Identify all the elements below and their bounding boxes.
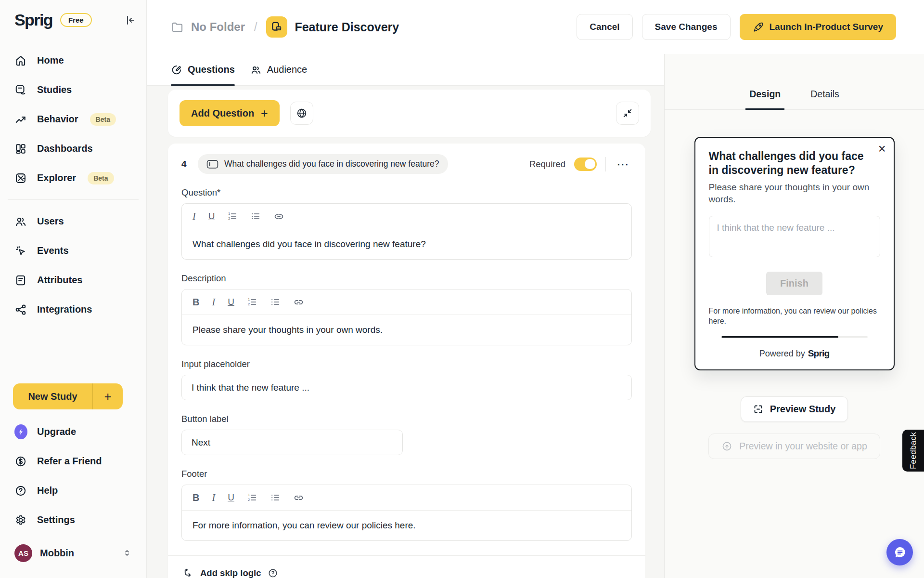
add-question-label: Add Question xyxy=(191,108,254,119)
chat-widget-button[interactable] xyxy=(886,539,913,565)
save-changes-button[interactable]: Save Changes xyxy=(642,14,731,40)
question-summary-pill[interactable]: What challenges did you face in discover… xyxy=(198,154,448,174)
sidebar-item-label: Events xyxy=(37,245,69,256)
underline-button[interactable]: U xyxy=(208,211,215,222)
description-editor-toolbar: B I U 12 xyxy=(182,289,631,315)
question-number: 4 xyxy=(181,159,189,170)
preview-progress-track xyxy=(721,336,868,338)
footer-text-input[interactable]: For more information, you can review our… xyxy=(182,511,631,540)
plus-icon[interactable]: + xyxy=(93,389,123,404)
sidebar-item-users[interactable]: Users xyxy=(7,207,140,236)
preview-in-website-button[interactable]: Preview in your website or app xyxy=(708,434,880,459)
ordered-list-button[interactable]: 12 xyxy=(247,297,257,307)
tab-details[interactable]: Details xyxy=(807,89,843,109)
question-card-header: 4 What challenges did you face in discov… xyxy=(181,154,632,174)
sidebar-item-integrations[interactable]: Integrations xyxy=(7,295,140,324)
italic-button[interactable]: I xyxy=(212,492,215,503)
sidebar-item-home[interactable]: Home xyxy=(7,46,140,75)
preview-progress-fill xyxy=(721,336,838,338)
account-switcher[interactable]: AS Mobbin xyxy=(7,538,140,568)
sidebar-item-studies[interactable]: Studies xyxy=(7,75,140,105)
sidebar-item-label: Refer a Friend xyxy=(37,456,102,467)
sidebar-item-label: Settings xyxy=(37,514,75,525)
description-text-input[interactable]: Please share your thoughts in your own w… xyxy=(182,315,631,345)
launch-survey-button[interactable]: Launch In-Product Survey xyxy=(740,14,896,40)
add-question-button[interactable]: Add Question + xyxy=(180,100,280,126)
question-editor: I U 12 What challenges did you face in d… xyxy=(181,203,632,260)
feedback-tab[interactable]: Feedback xyxy=(902,430,924,472)
svg-text:2: 2 xyxy=(248,302,250,306)
question-summary-text: What challenges did you face in discover… xyxy=(224,159,439,169)
underline-button[interactable]: U xyxy=(228,297,234,307)
italic-button[interactable]: I xyxy=(192,211,196,222)
sidebar-header: Sprig Free xyxy=(0,11,146,29)
add-skip-logic-button[interactable]: Add skip logic xyxy=(200,568,261,578)
sidebar-item-label: Help xyxy=(37,485,58,496)
header-divider xyxy=(605,157,606,171)
sidebar-item-label: Studies xyxy=(37,84,72,95)
required-toggle[interactable] xyxy=(574,158,597,171)
bullet-list-button[interactable] xyxy=(270,297,281,307)
dashboards-icon xyxy=(14,143,27,155)
attributes-icon xyxy=(14,274,27,287)
plan-badge: Free xyxy=(60,13,92,27)
sidebar-item-attributes[interactable]: Attributes xyxy=(7,265,140,295)
link-button[interactable] xyxy=(293,297,304,308)
question-text-input[interactable]: What challenges did you face in discover… xyxy=(182,229,631,259)
sidebar-item-help[interactable]: Help xyxy=(7,476,140,505)
ordered-list-button[interactable]: 12 xyxy=(227,211,238,222)
audience-icon xyxy=(250,64,262,76)
sidebar-item-label: Integrations xyxy=(37,304,92,315)
underline-button[interactable]: U xyxy=(228,492,234,503)
sidebar-spacer xyxy=(0,324,146,383)
open-text-type-icon xyxy=(206,159,218,169)
breadcrumb-folder[interactable]: No Folder xyxy=(191,20,245,34)
sidebar-item-settings[interactable]: Settings xyxy=(7,505,140,535)
tab-details-label: Details xyxy=(810,89,839,99)
expand-icon xyxy=(753,404,763,414)
tab-design[interactable]: Design xyxy=(745,89,784,109)
preview-finish-button[interactable]: Finish xyxy=(766,272,822,295)
tab-audience[interactable]: Audience xyxy=(250,54,307,85)
integrations-icon xyxy=(14,303,27,316)
sidebar-item-dashboards[interactable]: Dashboards xyxy=(7,134,140,163)
preview-study-button[interactable]: Preview Study xyxy=(741,396,848,422)
sidebar-item-explorer[interactable]: Explorer Beta xyxy=(7,163,140,193)
ordered-list-button[interactable]: 12 xyxy=(247,492,257,503)
tab-questions[interactable]: Questions xyxy=(171,54,235,85)
bold-button[interactable]: B xyxy=(192,297,199,308)
design-panel-tabs: Design Details xyxy=(665,54,924,110)
sidebar-item-behavior[interactable]: Behavior Beta xyxy=(7,105,140,134)
skip-logic-row: Add skip logic xyxy=(168,555,645,578)
bullet-list-button[interactable] xyxy=(270,492,281,503)
events-icon xyxy=(14,245,27,257)
collapse-all-button[interactable] xyxy=(616,102,639,125)
input-placeholder-field-label: Input placeholder xyxy=(181,359,632,369)
button-label-input[interactable] xyxy=(181,430,403,455)
input-placeholder-input[interactable] xyxy=(181,375,632,400)
sidebar-item-events[interactable]: Events xyxy=(7,236,140,265)
bold-button[interactable]: B xyxy=(192,492,199,503)
powered-by: Powered bySprig xyxy=(709,348,880,359)
bullet-list-button[interactable] xyxy=(250,211,261,222)
language-globe-button[interactable] xyxy=(290,102,313,125)
folder-icon xyxy=(171,21,184,34)
sidebar-collapse-icon[interactable] xyxy=(124,14,136,26)
skip-logic-help-icon[interactable] xyxy=(268,568,278,578)
preview-answer-textarea[interactable] xyxy=(709,216,880,257)
new-study-button[interactable]: New Study + xyxy=(13,383,123,409)
preview-in-website-label: Preview in your website or app xyxy=(739,441,867,452)
link-button[interactable] xyxy=(293,492,304,503)
italic-button[interactable]: I xyxy=(212,297,215,308)
close-icon[interactable]: × xyxy=(878,143,886,156)
cancel-button[interactable]: Cancel xyxy=(577,14,632,40)
link-button[interactable] xyxy=(273,211,284,222)
powered-by-text: Powered by xyxy=(759,349,805,358)
studies-icon xyxy=(14,84,27,96)
preview-question-description: Please share your thoughts in your own w… xyxy=(709,181,880,205)
sidebar-divider xyxy=(8,199,139,200)
sidebar-item-upgrade[interactable]: Upgrade xyxy=(7,417,140,447)
behavior-icon xyxy=(14,113,27,126)
sidebar-item-refer[interactable]: Refer a Friend xyxy=(7,447,140,476)
more-menu-button[interactable]: ⋯ xyxy=(615,158,632,171)
